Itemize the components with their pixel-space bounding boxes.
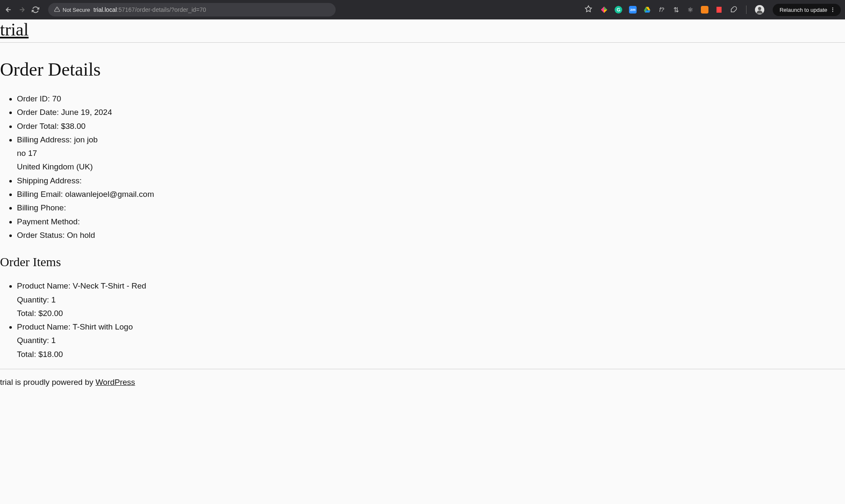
forward-button[interactable]	[18, 5, 26, 14]
svg-point-8	[758, 7, 761, 10]
metamask-icon[interactable]	[700, 5, 709, 14]
google-drive-icon[interactable]	[643, 5, 651, 14]
chrome-divider	[746, 5, 747, 14]
footer: trial is proudly powered by WordPress	[0, 375, 845, 395]
extensions-menu-icon[interactable]	[729, 5, 738, 14]
order-item: Product Name: V-Neck T-Shirt - Red Quant…	[17, 279, 845, 320]
relaunch-button[interactable]: Relaunch to update	[773, 4, 841, 16]
site-title-link[interactable]: trial	[0, 20, 29, 39]
order-date-item: Order Date: June 19, 2024	[17, 106, 845, 119]
order-id-item: Order ID: 70	[17, 92, 845, 106]
extension-icons: G zm f? ⇅ ⚛ Relaunch to update	[600, 4, 841, 16]
footer-divider	[0, 369, 845, 369]
order-details-list: Order ID: 70 Order Date: June 19, 2024 O…	[0, 92, 845, 242]
profile-avatar[interactable]	[755, 5, 764, 14]
header-divider	[0, 42, 845, 43]
security-label: Not Secure	[63, 7, 90, 13]
security-badge: Not Secure	[54, 6, 90, 14]
order-items-list: Product Name: V-Neck T-Shirt - Red Quant…	[0, 279, 845, 361]
svg-marker-0	[585, 6, 592, 12]
shipping-address-item: Shipping Address:	[17, 174, 845, 188]
billing-address-item: Billing Address: jon job no 17 United Ki…	[17, 133, 845, 174]
browser-chrome: Not Secure trial.local:57167/order-detai…	[0, 0, 845, 19]
svg-point-9	[832, 8, 833, 8]
bookmark-star-icon[interactable]	[585, 5, 592, 14]
extension-icon-1[interactable]	[600, 5, 608, 14]
order-items-heading: Order Items	[0, 255, 845, 269]
site-title: trial	[0, 19, 845, 42]
billing-phone-item: Billing Phone:	[17, 201, 845, 215]
wordpress-link[interactable]: WordPress	[96, 378, 135, 387]
svg-marker-2	[604, 7, 607, 10]
extension-icon-pi[interactable]: ⇅	[672, 5, 680, 14]
order-total-item: Order Total: $38.00	[17, 120, 845, 133]
nav-buttons	[4, 5, 40, 14]
svg-point-10	[832, 9, 833, 10]
react-devtools-icon[interactable]: ⚛	[686, 5, 695, 14]
page-content: trial Order Details Order ID: 70 Order D…	[0, 19, 845, 504]
svg-marker-3	[604, 10, 607, 13]
zoom-icon[interactable]: zm	[629, 5, 637, 14]
grammarly-icon[interactable]: G	[614, 5, 623, 14]
payment-method-item: Payment Method:	[17, 215, 845, 229]
billing-email-item: Billing Email: olawanlejoel@gmail.com	[17, 188, 845, 201]
address-bar[interactable]: Not Secure trial.local:57167/order-detai…	[48, 3, 336, 16]
url-display: trial.local:57167/order-details/?order_i…	[93, 6, 206, 13]
extension-icon-f[interactable]: f?	[657, 5, 666, 14]
svg-point-11	[832, 11, 833, 12]
warning-icon	[54, 6, 60, 14]
extension-icon-red[interactable]	[715, 5, 723, 14]
main-content: Order Details Order ID: 70 Order Date: J…	[0, 59, 845, 361]
reload-button[interactable]	[31, 5, 40, 14]
order-status-item: Order Status: On hold	[17, 229, 845, 242]
back-button[interactable]	[4, 5, 13, 14]
order-item: Product Name: T-Shirt with Logo Quantity…	[17, 320, 845, 361]
page-heading: Order Details	[0, 59, 845, 80]
